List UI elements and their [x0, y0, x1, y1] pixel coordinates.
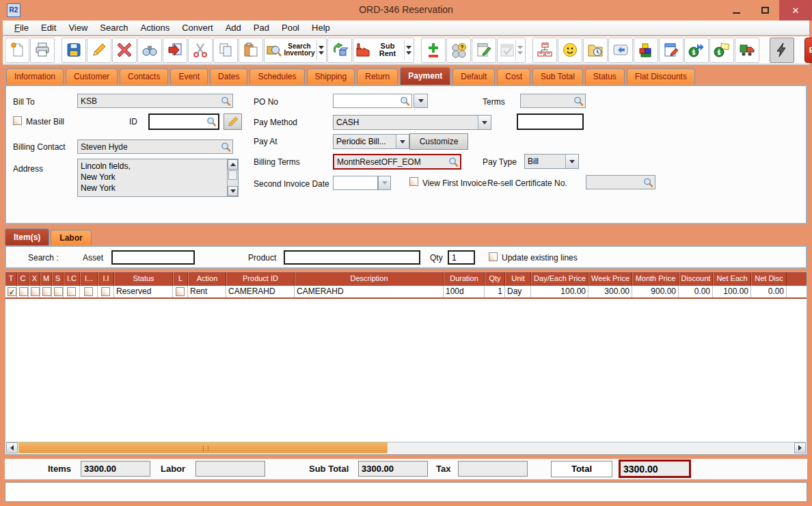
po-no-field[interactable] [333, 94, 412, 108]
col-week-price[interactable]: Week Price [588, 272, 632, 286]
search-inventory-button[interactable]: Search Inventory [264, 38, 327, 63]
edit-document-button[interactable] [659, 38, 684, 63]
col-c[interactable]: C [17, 272, 29, 286]
billing-terms-field[interactable]: MonthResetOFF_EOM [333, 154, 461, 170]
row-s-checkbox[interactable] [54, 287, 63, 296]
address-scroll-up-icon[interactable] [228, 159, 238, 170]
quick-invoice-button[interactable] [684, 38, 709, 63]
quick-action-button[interactable] [770, 38, 794, 63]
menu-edit[interactable]: Edit [35, 21, 62, 34]
tab-cost[interactable]: Cost [497, 68, 530, 85]
po-no-search-icon[interactable] [400, 96, 410, 106]
qty-input[interactable]: 1 [448, 250, 475, 265]
col-qty[interactable]: Qty [485, 272, 505, 286]
pay-at-combo[interactable]: Periodic Bill... [333, 134, 409, 149]
horizontal-scrollbar[interactable] [6, 442, 806, 453]
tab-status[interactable]: Status [585, 68, 625, 85]
terms-field[interactable] [520, 94, 586, 108]
bill-to-search-icon[interactable] [221, 96, 231, 106]
paste-button[interactable] [239, 38, 263, 63]
minimize-button[interactable] [722, 0, 750, 21]
new-document-button[interactable] [5, 38, 29, 63]
resell-search-icon[interactable] [643, 177, 653, 187]
exit-button[interactable]: EXIT [804, 38, 812, 63]
customer-service-button[interactable] [558, 38, 582, 63]
col-status[interactable]: Status [114, 272, 173, 286]
col-l[interactable]: L [173, 272, 188, 286]
print-button[interactable] [30, 38, 55, 63]
id-edit-button[interactable] [224, 114, 242, 130]
tab-flat-discounts[interactable]: Flat Discounts [627, 68, 695, 85]
menu-pad[interactable]: Pad [247, 21, 275, 34]
tab-sub-total[interactable]: Sub Total [532, 68, 583, 85]
pay-type-combo[interactable]: Bill [524, 154, 579, 169]
pay-type-arrow-icon[interactable] [565, 155, 578, 168]
pool-button[interactable] [446, 38, 471, 63]
tab-payment[interactable]: Payment [400, 67, 450, 85]
edit-button[interactable] [87, 38, 111, 63]
menu-help[interactable]: Help [306, 21, 336, 34]
tab-items[interactable]: Item(s) [5, 228, 49, 245]
row-l-checkbox[interactable] [176, 287, 185, 296]
pay-at-arrow-icon[interactable] [396, 135, 409, 148]
copy-button[interactable] [213, 38, 238, 63]
col-discount[interactable]: Discount [679, 272, 713, 286]
customize-button[interactable]: Customize [409, 133, 468, 150]
row-t-checkbox[interactable] [8, 287, 16, 296]
cut-button[interactable] [188, 38, 213, 63]
inventory-blocks-button[interactable] [634, 38, 658, 63]
tab-contacts[interactable]: Contacts [120, 68, 168, 85]
tab-schedules[interactable]: Schedules [249, 68, 304, 85]
scroll-right-icon[interactable] [794, 442, 806, 453]
shipping-truck-button[interactable] [735, 38, 759, 63]
col-net-each[interactable]: Net Each [713, 272, 751, 286]
address-scrollbar[interactable] [227, 159, 238, 196]
master-bill-checkbox[interactable] [13, 116, 22, 125]
table-row[interactable]: Reserved Rent CAMERAHD CAMERAHD 100d 1 D… [5, 286, 807, 299]
row-idots-checkbox[interactable] [84, 287, 93, 296]
product-input[interactable] [284, 250, 420, 265]
menu-file[interactable]: File [8, 21, 35, 34]
tab-labor[interactable]: Labor [51, 230, 91, 245]
update-existing-lines-checkbox[interactable] [489, 252, 498, 261]
tab-information[interactable]: Information [6, 68, 64, 85]
row-x-checkbox[interactable] [31, 287, 40, 296]
tab-return[interactable]: Return [357, 68, 398, 85]
address-field[interactable]: Lincoln fields, New York New York [77, 159, 239, 197]
menu-pool[interactable]: Pool [275, 21, 306, 34]
transfer-button[interactable] [163, 38, 187, 63]
menu-convert[interactable]: Convert [176, 21, 219, 34]
row-c-checkbox[interactable] [19, 287, 28, 296]
address-scroll-down-icon[interactable] [228, 186, 238, 196]
tab-default[interactable]: Default [452, 68, 495, 85]
col-month-price[interactable]: Month Price [632, 272, 679, 286]
sub-rent-dropdown[interactable] [404, 40, 412, 60]
col-net-disc[interactable]: Net Disc [751, 272, 787, 286]
search-inventory-dropdown[interactable] [316, 40, 325, 60]
tab-customer[interactable]: Customer [66, 68, 118, 85]
row-m-checkbox[interactable] [42, 287, 51, 296]
pay-method-combo[interactable]: CASH [333, 115, 491, 130]
bill-to-field[interactable]: KSB [77, 94, 233, 108]
col-t[interactable]: T [5, 272, 17, 286]
hierarchy-button[interactable] [532, 38, 557, 63]
view-first-invoice-checkbox[interactable] [409, 177, 418, 186]
tab-dates[interactable]: Dates [210, 68, 247, 85]
title-bar[interactable]: R2 ORD-346 Reservation ✕ [0, 0, 812, 21]
notes-button[interactable] [472, 38, 496, 63]
resell-certificate-field[interactable] [586, 175, 655, 189]
find-button[interactable] [137, 38, 162, 63]
address-scroll-thumb[interactable] [228, 170, 237, 180]
tab-event[interactable]: Event [170, 68, 208, 85]
delete-button[interactable] [112, 38, 137, 63]
scroll-thumb[interactable] [18, 442, 388, 453]
row-ic-checkbox[interactable] [67, 287, 76, 296]
shortcut-key-button[interactable] [608, 38, 633, 63]
col-description[interactable]: Description [295, 272, 444, 286]
history-folder-button[interactable] [583, 38, 608, 63]
add-remove-line-button[interactable] [421, 38, 446, 63]
billing-notes-button[interactable] [709, 38, 734, 63]
billing-terms-search-icon[interactable] [448, 157, 459, 167]
tab-shipping[interactable]: Shipping [307, 68, 355, 85]
row-ii-checkbox[interactable] [101, 287, 110, 296]
